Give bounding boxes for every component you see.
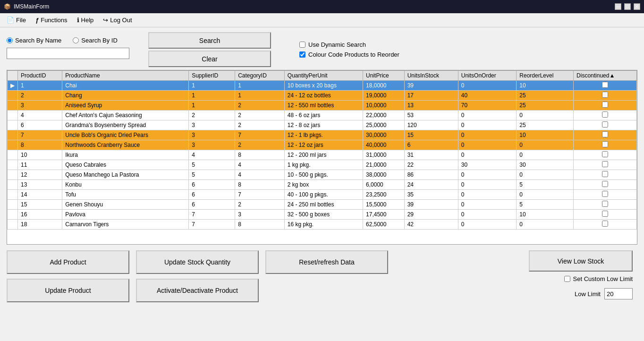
title-bar-left: 📦 IMSMainForm xyxy=(4,3,49,10)
close-button[interactable]: ✕ xyxy=(634,3,640,10)
table-row[interactable]: 4Chef Anton's Cajun Seasoning2248 - 6 oz… xyxy=(8,111,637,120)
cell-categoryId: 2 xyxy=(235,111,285,120)
row-indicator xyxy=(8,190,18,200)
cell-discontinued xyxy=(574,150,637,160)
discontinued-checkbox[interactable] xyxy=(602,221,608,227)
logout-icon: ↪ xyxy=(103,17,108,24)
table-row[interactable]: 10Ikura4812 - 200 ml jars31,00003100 xyxy=(8,150,637,160)
table-row[interactable]: 12Queso Manchego La Pastora5410 - 500 g … xyxy=(8,170,637,180)
table-row[interactable]: 2Chang1124 - 12 oz bottles19,0000174025 xyxy=(8,91,637,101)
update-stock-button[interactable]: Update Stock Quantity xyxy=(136,250,259,274)
table-body: ▶1Chai1110 boxes x 20 bags18,0000390102C… xyxy=(8,81,637,230)
cell-unitPrice: 6,0000 xyxy=(363,180,405,190)
cell-productId: 15 xyxy=(18,200,62,210)
table-row[interactable]: 13Konbu682 kg box6,00002405 xyxy=(8,180,637,190)
row-indicator xyxy=(8,111,18,120)
discontinued-checkbox[interactable] xyxy=(602,161,608,167)
discontinued-checkbox[interactable] xyxy=(602,82,608,88)
discontinued-checkbox[interactable] xyxy=(602,171,608,177)
table-row[interactable]: 16Pavlova7332 - 500 g boxes17,450029010 xyxy=(8,210,637,220)
cell-supplierId: 6 xyxy=(189,190,235,200)
table-row[interactable]: 15Genen Shouyu6224 - 250 ml bottles15,50… xyxy=(8,200,637,210)
low-limit-input[interactable] xyxy=(604,288,633,299)
cell-supplierId: 2 xyxy=(189,111,235,120)
dynamic-search-checkbox[interactable] xyxy=(299,42,305,48)
cell-quantityPerUnit: 40 - 100 g pkgs. xyxy=(284,190,363,200)
cell-categoryId: 4 xyxy=(235,170,285,180)
set-custom-low-limit-label[interactable]: Set Custom Low Limit xyxy=(564,275,633,282)
cell-categoryId: 3 xyxy=(235,210,285,220)
radio-input-name[interactable] xyxy=(7,37,13,43)
cell-discontinued xyxy=(574,220,637,230)
radio-input-id[interactable] xyxy=(73,37,79,43)
table-row[interactable]: 8Northwoods Cranberry Sauce3212 - 12 oz … xyxy=(8,140,637,150)
discontinued-checkbox[interactable] xyxy=(602,102,608,108)
cell-discontinued xyxy=(574,140,637,150)
add-product-button[interactable]: Add Product xyxy=(7,250,129,274)
cell-productId: 12 xyxy=(18,170,62,180)
cell-unitsOnOrder: 40 xyxy=(458,91,517,101)
discontinued-checkbox[interactable] xyxy=(602,201,608,207)
cell-quantityPerUnit: 12 - 200 ml jars xyxy=(284,150,363,160)
functions-icon: ƒ xyxy=(35,17,39,24)
search-button[interactable]: Search xyxy=(148,32,271,49)
cell-discontinued xyxy=(574,180,637,190)
cell-supplierId: 5 xyxy=(189,170,235,180)
discontinued-checkbox[interactable] xyxy=(602,181,608,187)
col-product-name: ProductName xyxy=(62,71,189,81)
table-row[interactable]: 14Tofu6740 - 100 g pkgs.23,25003500 xyxy=(8,190,637,200)
cell-quantityPerUnit: 12 - 1 lb pkgs. xyxy=(284,130,363,140)
custom-low-limit-checkbox[interactable] xyxy=(564,276,570,282)
low-limit-label: Low Limit xyxy=(575,290,601,298)
menu-logout[interactable]: ↪ Log Out xyxy=(98,15,136,25)
clear-button[interactable]: Clear xyxy=(148,51,271,67)
cell-quantityPerUnit: 12 - 12 oz jars xyxy=(284,140,363,150)
cell-categoryId: 7 xyxy=(235,190,285,200)
cell-unitPrice: 40,0000 xyxy=(363,140,405,150)
discontinued-checkbox[interactable] xyxy=(602,92,608,98)
menu-functions[interactable]: ƒ Functions xyxy=(31,15,72,25)
cell-supplierId: 7 xyxy=(189,210,235,220)
table-row[interactable]: 7Uncle Bob's Organic Dried Pears3712 - 1… xyxy=(8,130,637,140)
discontinued-checkbox[interactable] xyxy=(602,121,608,128)
maximize-button[interactable]: □ xyxy=(624,3,631,10)
table-row[interactable]: 6Grandma's Boysenberry Spread3212 - 8 oz… xyxy=(8,120,637,130)
cell-unitsOnOrder: 0 xyxy=(458,81,517,91)
colour-code-checkbox[interactable] xyxy=(299,51,305,58)
activate-button[interactable]: Activate/Deactivate Product xyxy=(136,279,259,302)
cell-quantityPerUnit: 12 - 550 ml bottles xyxy=(284,101,363,111)
discontinued-checkbox[interactable] xyxy=(602,141,608,147)
discontinued-checkbox[interactable] xyxy=(602,191,608,197)
cell-unitPrice: 23,2500 xyxy=(363,190,405,200)
cell-discontinued xyxy=(574,91,637,101)
update-product-button[interactable]: Update Product xyxy=(7,279,129,302)
cell-reorderLevel: 25 xyxy=(517,101,574,111)
discontinued-checkbox[interactable] xyxy=(602,111,608,118)
row-indicator xyxy=(8,150,18,160)
cell-productName: Grandma's Boysenberry Spread xyxy=(62,120,189,130)
radio-search-by-id[interactable]: Search By ID xyxy=(73,37,118,44)
radio-search-by-name[interactable]: Search By Name xyxy=(7,37,61,44)
cell-unitPrice: 18,0000 xyxy=(363,81,405,91)
col-supplier-id: SupplierID xyxy=(189,71,235,81)
footer-col3: Reset/refresh Data xyxy=(265,250,388,274)
cell-productId: 4 xyxy=(18,111,62,120)
table-row[interactable]: 3Aniseed Syrup1212 - 550 ml bottles10,00… xyxy=(8,101,637,111)
cell-productId: 14 xyxy=(18,190,62,200)
menu-file[interactable]: 📄 File xyxy=(2,15,31,25)
discontinued-checkbox[interactable] xyxy=(602,131,608,137)
cell-categoryId: 8 xyxy=(235,180,285,190)
discontinued-checkbox[interactable] xyxy=(602,211,608,217)
dynamic-search-label[interactable]: Use Dynamic Search xyxy=(299,41,399,48)
reset-refresh-button[interactable]: Reset/refresh Data xyxy=(265,250,388,274)
colour-code-label[interactable]: Colour Code Products to Reorder xyxy=(299,51,399,58)
table-row[interactable]: 11Queso Cabrales541 kg pkg.21,0000223030 xyxy=(8,160,637,170)
search-input[interactable] xyxy=(7,48,129,59)
cell-supplierId: 1 xyxy=(189,91,235,101)
minimize-button[interactable]: — xyxy=(615,3,621,10)
view-low-stock-button[interactable]: View Low Stock xyxy=(529,250,633,272)
menu-help[interactable]: ℹ Help xyxy=(72,15,99,25)
discontinued-checkbox[interactable] xyxy=(602,151,608,157)
table-row[interactable]: 18Carnarvon Tigers7816 kg pkg.62,5000420… xyxy=(8,220,637,230)
table-row[interactable]: ▶1Chai1110 boxes x 20 bags18,000039010 xyxy=(8,81,637,91)
